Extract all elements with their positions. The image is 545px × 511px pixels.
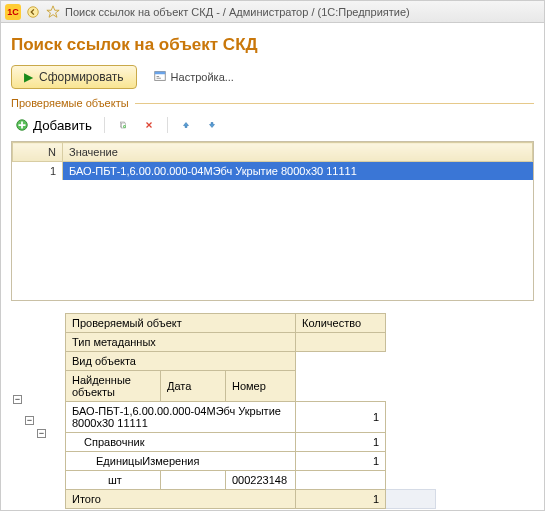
- col-header-n[interactable]: N: [13, 143, 63, 162]
- cell-object: БАО-ПБТ-1,6.00.00.000-04МЭбч Укрытие 800…: [66, 402, 296, 433]
- move-down-button[interactable]: [202, 115, 222, 135]
- settings-button-label: Настройка...: [171, 71, 234, 83]
- col-header-objtype[interactable]: Вид объекта: [66, 352, 296, 371]
- play-icon: ▶: [24, 70, 33, 84]
- cell-object: шт: [66, 471, 161, 490]
- table-row[interactable]: 1 БАО-ПБТ-1,6.00.00.000-04МЭбч Укрытие 8…: [13, 162, 533, 181]
- total-label: Итого: [66, 490, 296, 509]
- cell-value: БАО-ПБТ-1,6.00.00.000-04МЭбч Укрытие 800…: [63, 162, 533, 181]
- window-title: Поиск ссылок на объект СКД - / Администр…: [65, 6, 410, 18]
- back-icon[interactable]: [25, 4, 41, 20]
- cell-number: 000223148: [226, 471, 296, 490]
- section-header: Проверяемые объекты: [11, 97, 534, 109]
- main-toolbar: ▶ Сформировать Настройка...: [11, 65, 534, 89]
- table-row[interactable]: БАО-ПБТ-1,6.00.00.000-04МЭбч Укрытие 800…: [66, 402, 436, 433]
- cell-qty: 1: [296, 433, 386, 452]
- tree-toggle[interactable]: −: [25, 416, 34, 425]
- total-qty: 1: [296, 490, 386, 509]
- cell-object: Справочник: [66, 433, 296, 452]
- svg-rect-3: [156, 76, 159, 77]
- results-area: − − − Проверяемый объект Количество Тип …: [11, 313, 534, 509]
- col-header-meta[interactable]: Тип метаданных: [66, 333, 296, 352]
- col-header-found[interactable]: Найденные объекты: [66, 371, 161, 402]
- total-row: Итого 1: [66, 490, 436, 509]
- page-title: Поиск ссылок на объект СКД: [11, 35, 534, 55]
- col-header-qty[interactable]: Количество: [296, 314, 386, 333]
- table-row[interactable]: ЕдиницыИзмерения 1: [66, 452, 436, 471]
- toolbar-separator: [104, 117, 105, 133]
- empty-cell: [296, 333, 386, 352]
- svg-rect-2: [154, 72, 165, 75]
- objects-grid[interactable]: N Значение 1 БАО-ПБТ-1,6.00.00.000-04МЭб…: [11, 141, 534, 301]
- tree-toggle[interactable]: −: [13, 395, 22, 404]
- add-button[interactable]: Добавить: [11, 115, 96, 135]
- col-header-value[interactable]: Значение: [63, 143, 533, 162]
- tree-toggle[interactable]: −: [37, 429, 46, 438]
- settings-icon: [153, 69, 167, 85]
- results-grid[interactable]: Проверяемый объект Количество Тип метада…: [65, 313, 436, 509]
- run-button[interactable]: ▶ Сформировать: [11, 65, 137, 89]
- table-row[interactable]: шт 000223148: [66, 471, 436, 490]
- col-header-date[interactable]: Дата: [161, 371, 226, 402]
- col-header-number[interactable]: Номер: [226, 371, 296, 402]
- table-row[interactable]: Справочник 1: [66, 433, 436, 452]
- settings-button[interactable]: Настройка...: [147, 68, 240, 86]
- add-button-label: Добавить: [33, 118, 92, 133]
- cell-date: [161, 471, 226, 490]
- tree-gutter: − − −: [11, 313, 65, 509]
- svg-point-0: [28, 6, 39, 17]
- cell-qty: [296, 471, 386, 490]
- svg-rect-4: [156, 78, 160, 79]
- section-divider: [135, 103, 534, 104]
- cell-qty: 1: [296, 402, 386, 433]
- copy-button[interactable]: [113, 115, 133, 135]
- delete-button[interactable]: [139, 115, 159, 135]
- col-header-object[interactable]: Проверяемый объект: [66, 314, 296, 333]
- app-logo-icon: 1C: [5, 4, 21, 20]
- cell-n: 1: [13, 162, 63, 181]
- cell-object: ЕдиницыИзмерения: [66, 452, 296, 471]
- section-label: Проверяемые объекты: [11, 97, 129, 109]
- move-up-button[interactable]: [176, 115, 196, 135]
- extra-cell: [386, 490, 436, 509]
- grid-toolbar: Добавить: [11, 115, 534, 135]
- cell-qty: 1: [296, 452, 386, 471]
- favorite-icon[interactable]: [45, 4, 61, 20]
- toolbar-separator: [167, 117, 168, 133]
- titlebar: 1C Поиск ссылок на объект СКД - / Админи…: [1, 1, 544, 23]
- run-button-label: Сформировать: [39, 70, 124, 84]
